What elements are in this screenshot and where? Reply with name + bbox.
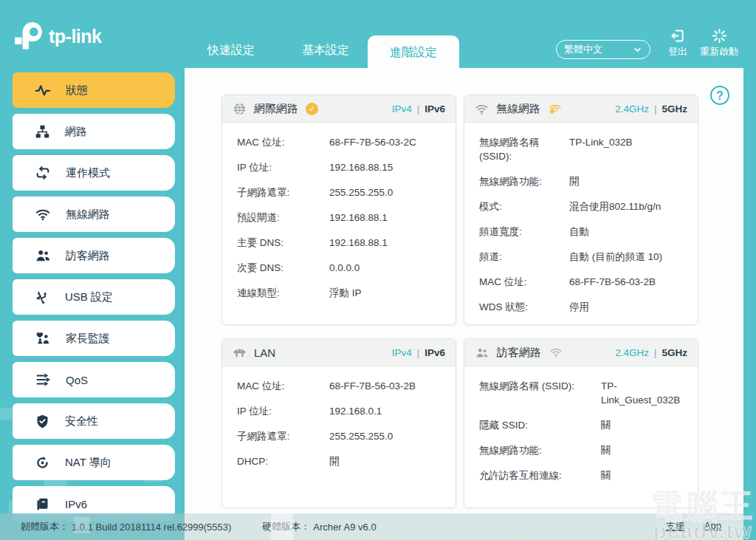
tab-quick-setup[interactable]: 快速設定 xyxy=(198,41,264,60)
guests-icon xyxy=(475,346,489,360)
card-title: 網際網路 xyxy=(254,102,298,116)
internet-status-card: 網際網路 ✓ IPv4 | IPv6 MAC 位址:68-FF-7B-56-03… xyxy=(221,95,456,325)
language-select-value: 繁體中文 xyxy=(564,43,633,56)
logout-icon xyxy=(670,28,686,44)
reboot-label: 重新啟動 xyxy=(700,46,738,58)
info-row: 頻道:自動 (目前的頻道 10) xyxy=(479,250,683,264)
card-title: 訪客網路 xyxy=(497,346,541,360)
sidebar-item-label: 家長監護 xyxy=(66,332,110,346)
info-row: 隱藏 SSID:關 xyxy=(479,418,683,432)
guest-24ghz-tab[interactable]: 2.4GHz xyxy=(615,347,649,358)
pulse-icon xyxy=(35,82,51,98)
sidebar-item-label: IPv6 xyxy=(65,498,87,510)
info-row: 無線網路功能:關 xyxy=(479,443,683,457)
tab-basic-settings[interactable]: 基本設定 xyxy=(292,41,359,60)
internet-ipv4-tab[interactable]: IPv4 xyxy=(392,103,412,115)
wireless-status-card: 無線網路 2.4GHz | 5GHz 無線網路名稱 (SSID):TP-Link… xyxy=(464,95,698,325)
info-row: 子網路遮罩:255.255.255.0 xyxy=(237,429,441,443)
nat-cycle-icon xyxy=(35,455,50,471)
firmware-version-label: 韌體版本： xyxy=(21,520,69,533)
info-row: 預設閘道:192.168.88.1 xyxy=(237,211,441,225)
globe-icon xyxy=(233,102,247,116)
sidebar-item-label: NAT 導向 xyxy=(65,456,111,470)
content-area: ? 網際網路 ✓ IPv4 | IPv6 MAC 位址:68-FF-7B-56-… xyxy=(185,68,743,513)
guest-5ghz-tab[interactable]: 5GHz xyxy=(662,347,687,358)
internet-ipv6-tab[interactable]: IPv6 xyxy=(425,103,445,115)
card-title: LAN xyxy=(254,346,275,359)
info-row: 模式:混合使用802.11b/g/n xyxy=(479,199,683,213)
wifi-icon xyxy=(475,102,489,116)
sidebar-item-label: USB 設定 xyxy=(65,290,113,304)
top-header: tp-link 快速設定 基本設定 進階設定 繁體中文 登出 重新啟動 xyxy=(0,0,756,68)
tp-link-logo-icon xyxy=(13,21,44,52)
sidebar-item-status[interactable]: 狀態 xyxy=(13,72,175,108)
info-row: 無線網路功能:開 xyxy=(479,174,683,188)
logout-label: 登出 xyxy=(668,46,687,58)
sidebar-item-network[interactable]: 網路 xyxy=(13,114,175,149)
help-icon[interactable]: ? xyxy=(710,86,729,105)
language-select[interactable]: 繁體中文 xyxy=(556,40,650,59)
sidebar-item-label: QoS xyxy=(66,374,88,386)
network-icon xyxy=(35,124,50,140)
support-link[interactable]: 支援 xyxy=(666,520,685,533)
info-row: 頻道寬度:自動 xyxy=(479,225,683,239)
wireless-card-header: 無線網路 2.4GHz | 5GHz xyxy=(464,95,698,123)
sidebar-item-label: 無線網路 xyxy=(66,208,110,222)
info-row: 無線網路名稱 (SSID):TP-Link_032B xyxy=(479,135,683,163)
sidebar-item-label: 安全性 xyxy=(65,414,98,428)
router-admin-screen: tp-link 快速設定 基本設定 進階設定 繁體中文 登出 重新啟動 狀態 xyxy=(0,0,756,540)
sidebar-item-guest-network[interactable]: 訪客網路 xyxy=(13,238,175,273)
sidebar-item-wireless[interactable]: 無線網路 xyxy=(13,196,175,232)
lan-card-header: LAN IPv4 | IPv6 xyxy=(222,339,456,366)
info-row: 主要 DNS:192.168.88.1 xyxy=(237,236,441,250)
decor-square xyxy=(74,517,90,533)
info-row: 允許訪客互相連線:關 xyxy=(479,468,683,482)
usb-icon xyxy=(35,290,50,305)
sidebar-item-security[interactable]: 安全性 xyxy=(13,403,175,439)
sidebar-item-qos[interactable]: QoS xyxy=(13,362,175,397)
guest-network-status-card: 訪客網路 2.4GHz | 5GHz 無線網路名稱 (SSID):TP-Link… xyxy=(464,338,698,508)
lan-status-card: LAN IPv4 | IPv6 MAC 位址:68-FF-7B-56-03-2B… xyxy=(221,338,456,508)
sidebar-item-label: 網路 xyxy=(65,125,87,139)
check-circle-icon: ✓ xyxy=(306,103,318,115)
app-link[interactable]: App xyxy=(704,520,721,533)
info-row: MAC 位址:68-FF-7B-56-03-2B xyxy=(479,275,683,289)
info-row: 次要 DNS:0.0.0.0 xyxy=(237,261,441,275)
sidebar-item-label: 狀態 xyxy=(66,83,88,98)
info-row: MAC 位址:68-FF-7B-56-03-2C xyxy=(237,135,441,149)
family-icon xyxy=(35,330,51,346)
reboot-button[interactable]: 重新啟動 xyxy=(700,28,738,58)
lan-ipv4-tab[interactable]: IPv4 xyxy=(392,347,412,358)
info-row: 子網路遮罩:255.255.255.0 xyxy=(237,185,441,199)
info-row: IP 位址:192.168.0.1 xyxy=(237,404,441,418)
shield-icon xyxy=(35,414,50,429)
loop-icon xyxy=(35,165,51,181)
logo-text: tp-link xyxy=(49,26,102,47)
guests-icon xyxy=(35,247,51,264)
sidebar-item-operation-mode[interactable]: 運作模式 xyxy=(13,155,175,191)
info-row: DHCP:開 xyxy=(237,454,441,468)
lan-bridge-icon xyxy=(233,346,247,360)
info-row: IP 位址:192.168.88.15 xyxy=(237,160,441,174)
info-row: 無線網路名稱 (SSID):TP-Link_Guest_032B xyxy=(479,379,683,407)
chevron-down-icon xyxy=(633,45,642,55)
sidebar-item-parental-controls[interactable]: 家長監護 xyxy=(13,321,175,356)
lan-ipv6-tab[interactable]: IPv6 xyxy=(425,347,445,358)
wifi-off-icon xyxy=(549,346,563,359)
card-title: 無線網路 xyxy=(496,102,540,116)
wifi-lock-icon xyxy=(548,102,563,115)
decor-square xyxy=(0,408,12,420)
sidebar-item-usb-settings[interactable]: USB 設定 xyxy=(13,279,175,315)
wireless-24ghz-tab[interactable]: 2.4GHz xyxy=(615,103,649,115)
qos-arrows-icon xyxy=(35,372,51,388)
tab-advanced-settings[interactable]: 進階設定 xyxy=(368,35,459,68)
wifi-icon xyxy=(35,206,51,222)
sidebar-item-nat-forwarding[interactable]: NAT 導向 xyxy=(13,445,175,480)
tp-link-logo: tp-link xyxy=(13,21,102,52)
logout-button[interactable]: 登出 xyxy=(662,28,694,58)
info-row: 連線類型:浮動 IP xyxy=(237,286,441,300)
wireless-5ghz-tab[interactable]: 5GHz xyxy=(662,103,687,115)
reboot-icon xyxy=(712,28,727,44)
hardware-version-value: Archer A9 v6.0 xyxy=(313,522,376,533)
sidebar-item-label: 訪客網路 xyxy=(66,249,110,263)
